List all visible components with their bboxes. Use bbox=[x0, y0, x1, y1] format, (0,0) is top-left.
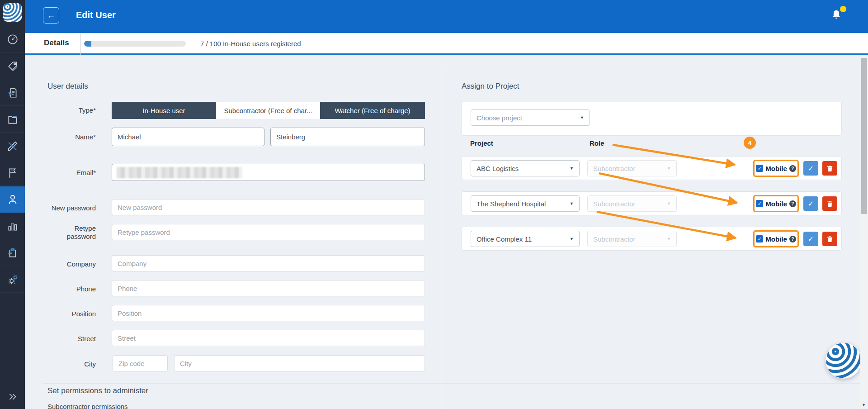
sidebar-item-dashboard[interactable] bbox=[0, 26, 25, 52]
project-select[interactable]: The Shepherd Hospital ▼ bbox=[471, 195, 580, 212]
notifications-button[interactable] bbox=[830, 9, 844, 23]
project-select[interactable]: Office Complex 11 ▼ bbox=[471, 231, 580, 247]
double-chevron-right-icon bbox=[7, 391, 18, 402]
caret-down-icon: ▼ bbox=[667, 237, 671, 241]
confirm-row-button[interactable]: ✓ bbox=[803, 196, 818, 211]
phone-label: Phone bbox=[48, 285, 96, 293]
mobile-label: Mobile bbox=[765, 235, 787, 243]
user-quota-progressbar bbox=[84, 41, 186, 47]
check-icon: ✓ bbox=[808, 164, 814, 173]
company-input[interactable] bbox=[112, 255, 425, 271]
confirm-row-button[interactable]: ✓ bbox=[803, 232, 818, 246]
quota-text: 7 / 100 In-House users registered bbox=[200, 40, 301, 48]
user-details-heading: User details bbox=[47, 82, 88, 91]
project-column-header: Project bbox=[470, 139, 493, 147]
role-select-value: Subcontractor bbox=[593, 235, 635, 243]
type-option-inhouse[interactable]: In-House user bbox=[112, 102, 216, 119]
progress-fill bbox=[84, 41, 91, 47]
section-divider bbox=[43, 383, 861, 384]
project-row: The Shepherd Hospital ▼ Subcontractor ▼ … bbox=[462, 191, 842, 215]
choose-project-select[interactable]: Choose project ▼ bbox=[471, 109, 590, 126]
city-input[interactable] bbox=[174, 355, 425, 371]
delete-row-button[interactable] bbox=[822, 196, 837, 211]
street-label: Street bbox=[48, 335, 96, 343]
sidebar-item-settings[interactable] bbox=[0, 266, 25, 293]
back-button[interactable]: ← bbox=[43, 7, 59, 24]
project-select-value: ABC Logistics bbox=[476, 165, 519, 172]
check-icon: ✓ bbox=[808, 200, 814, 208]
annotation-count-badge: 4 bbox=[744, 137, 756, 149]
type-option-watcher[interactable]: Watcher (Free of charge) bbox=[320, 102, 425, 119]
help-icon[interactable]: ? bbox=[789, 236, 796, 243]
sidebar-item-export[interactable] bbox=[0, 240, 25, 266]
city-label: City bbox=[48, 360, 96, 368]
last-name-input[interactable] bbox=[270, 128, 425, 146]
email-input[interactable] bbox=[112, 164, 425, 181]
sidebar-item-reports[interactable] bbox=[0, 80, 25, 106]
check-icon: ✓ bbox=[808, 235, 814, 243]
trash-icon bbox=[826, 235, 834, 243]
project-select[interactable]: ABC Logistics ▼ bbox=[471, 160, 580, 176]
caret-down-icon: ▼ bbox=[667, 201, 671, 206]
type-label: Type* bbox=[48, 106, 96, 114]
brand-watermark-logo bbox=[826, 342, 862, 379]
project-row: ABC Logistics ▼ Subcontractor ▼ ✓ Mobile… bbox=[462, 156, 842, 180]
mobile-label: Mobile bbox=[765, 165, 787, 172]
name-label: Name* bbox=[48, 133, 96, 141]
sidebar-item-statistics[interactable] bbox=[0, 213, 25, 239]
help-icon[interactable]: ? bbox=[789, 200, 796, 207]
top-header: ← Edit User bbox=[25, 0, 868, 33]
main-content: User details Type* In-House user Subcont… bbox=[25, 56, 868, 409]
choose-project-card: Choose project ▼ bbox=[462, 102, 842, 136]
street-input[interactable] bbox=[112, 330, 425, 346]
zip-code-input[interactable] bbox=[113, 355, 168, 371]
first-name-input[interactable] bbox=[112, 128, 264, 146]
sidebar-item-users[interactable] bbox=[0, 186, 25, 213]
new-password-input[interactable] bbox=[112, 199, 425, 215]
project-row: Office Complex 11 ▼ Subcontractor ▼ ✓ Mo… bbox=[462, 227, 842, 251]
scrollbar-thumb[interactable] bbox=[861, 58, 867, 214]
caret-down-icon: ▼ bbox=[580, 115, 584, 120]
caret-down-icon: ▼ bbox=[570, 166, 574, 171]
role-select-value: Subcontractor bbox=[593, 165, 635, 172]
tab-bar: Details 7 / 100 In-House users registere… bbox=[25, 33, 868, 55]
phone-input[interactable] bbox=[112, 280, 425, 296]
page-title: Edit User bbox=[76, 10, 116, 20]
position-input[interactable] bbox=[112, 305, 425, 321]
back-arrow-icon: ← bbox=[47, 11, 55, 20]
trash-icon bbox=[826, 165, 834, 172]
company-label: Company bbox=[48, 260, 96, 268]
sidebar-collapse-toggle[interactable] bbox=[0, 384, 25, 409]
permissions-heading: Set permissions to administer bbox=[47, 386, 148, 395]
mobile-checkbox[interactable]: ✓ bbox=[756, 165, 763, 172]
tab-details[interactable]: Details bbox=[44, 38, 69, 48]
redacted-email-value bbox=[117, 167, 242, 178]
mobile-checkbox[interactable]: ✓ bbox=[756, 200, 763, 207]
notification-dot bbox=[840, 6, 846, 12]
sidebar-item-projects[interactable] bbox=[0, 106, 25, 133]
project-select-value: Office Complex 11 bbox=[476, 235, 532, 243]
confirm-row-button[interactable]: ✓ bbox=[803, 161, 818, 176]
tabbar-divider bbox=[80, 33, 81, 55]
folder-icon bbox=[7, 114, 19, 125]
tag-icon bbox=[7, 60, 19, 72]
scrollbar-down-arrow[interactable]: ▼ bbox=[862, 403, 866, 407]
sidebar-item-flags[interactable] bbox=[0, 160, 25, 186]
email-label: Email* bbox=[48, 169, 96, 177]
choose-project-value: Choose project bbox=[476, 114, 522, 122]
vertical-scrollbar: ▼ bbox=[860, 56, 868, 409]
dashboard-icon bbox=[7, 33, 19, 45]
sidebar bbox=[0, 0, 25, 409]
retype-password-input[interactable] bbox=[112, 224, 425, 240]
type-option-subcontractor[interactable]: Subcontractor (Free of char... bbox=[216, 102, 320, 119]
role-select-value: Subcontractor bbox=[593, 200, 635, 208]
sidebar-item-tags[interactable] bbox=[0, 53, 25, 79]
sidebar-item-tools[interactable] bbox=[0, 133, 25, 159]
caret-down-icon: ▼ bbox=[570, 201, 574, 206]
column-divider bbox=[441, 69, 441, 409]
delete-row-button[interactable] bbox=[822, 232, 837, 246]
help-icon[interactable]: ? bbox=[789, 165, 796, 172]
subcontractor-permissions-subheading: Subcontractor permissions bbox=[47, 403, 128, 409]
delete-row-button[interactable] bbox=[822, 161, 837, 176]
mobile-checkbox[interactable]: ✓ bbox=[756, 235, 763, 243]
